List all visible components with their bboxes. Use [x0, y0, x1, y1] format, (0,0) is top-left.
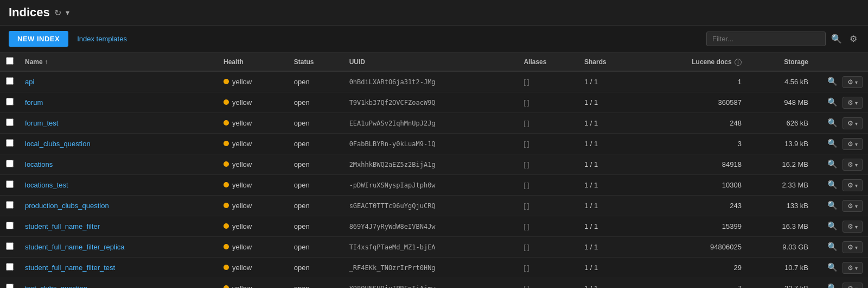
index-name-link[interactable]: test_clubs_question	[25, 284, 87, 288]
storage-cell: 13.9 kB	[747, 134, 814, 154]
filter-area: 🔍 ⚙	[706, 32, 859, 46]
shards-cell: 1 / 1	[579, 278, 638, 289]
health-dot	[224, 182, 229, 187]
aliases-cell: [ ]	[518, 216, 579, 237]
row-search-button[interactable]: 🔍	[825, 261, 840, 273]
row-checkbox[interactable]	[6, 118, 14, 126]
uuid-cell: TI4xsfqPTaeMd_MZ1-bjEA	[344, 237, 519, 258]
select-all-checkbox[interactable]	[6, 57, 14, 65]
row-checkbox[interactable]	[6, 180, 14, 188]
index-templates-link[interactable]: Index templates	[77, 35, 127, 43]
col-header-actions	[814, 53, 868, 71]
filter-input[interactable]	[706, 32, 826, 46]
col-header-storage[interactable]: Storage	[747, 53, 814, 71]
table-row: test_clubs_questionyellowopenY98QUNSHQiy…	[0, 278, 868, 289]
uuid-cell: -pDWIruXSNyspIapJtph0w	[344, 175, 519, 196]
row-gear-button[interactable]: ⚙ ▾	[843, 138, 863, 150]
uuid-cell: _RF4EKk_TNOzrIrPrt0HNg	[344, 258, 519, 278]
health-cell: yellow	[218, 175, 289, 196]
storage-cell: 16.2 MB	[747, 154, 814, 175]
status-cell: open	[289, 154, 344, 175]
filter-settings-icon[interactable]: ⚙	[847, 32, 859, 46]
health-cell: yellow	[218, 71, 289, 92]
row-checkbox[interactable]	[6, 284, 14, 288]
row-checkbox[interactable]	[6, 242, 14, 250]
new-index-button[interactable]: NEW INDEX	[9, 31, 68, 47]
index-name-link[interactable]: forum_test	[25, 119, 58, 127]
row-checkbox[interactable]	[6, 98, 14, 105]
aliases-cell: [ ]	[518, 92, 579, 113]
index-name-link[interactable]: student_full_name_filter	[25, 222, 100, 230]
row-gear-button[interactable]: ⚙ ▾	[843, 179, 863, 191]
row-gear-button[interactable]: ⚙ ▾	[843, 76, 863, 88]
actions-cell: 🔍 ⚙ ▾	[814, 113, 868, 134]
index-name-link[interactable]: locations	[25, 160, 53, 168]
health-cell: yellow	[218, 154, 289, 175]
refresh-icon[interactable]: ↻	[54, 8, 61, 18]
row-gear-button[interactable]: ⚙ ▾	[843, 159, 863, 171]
actions-cell: 🔍 ⚙ ▾	[814, 216, 868, 237]
col-header-aliases[interactable]: Aliases	[518, 53, 579, 71]
row-search-button[interactable]: 🔍	[825, 76, 840, 87]
row-gear-button[interactable]: ⚙ ▾	[843, 283, 863, 288]
shards-cell: 1 / 1	[579, 237, 638, 258]
uuid-cell: 0FabBLBYRn-y0kLuaM9-1Q	[344, 134, 519, 154]
index-name-link[interactable]: student_full_name_filter_replica	[25, 243, 125, 251]
storage-cell: 948 MB	[747, 92, 814, 113]
aliases-cell: [ ]	[518, 134, 579, 154]
row-gear-button[interactable]: ⚙ ▾	[843, 241, 863, 253]
health-cell: yellow	[218, 258, 289, 278]
row-checkbox[interactable]	[6, 160, 14, 167]
row-search-button[interactable]: 🔍	[825, 179, 840, 191]
row-checkbox[interactable]	[6, 263, 14, 271]
index-name-link[interactable]: student_full_name_filter_test	[25, 264, 115, 272]
index-name-link[interactable]: api	[25, 78, 34, 86]
storage-cell: 4.56 kB	[747, 71, 814, 92]
col-header-health[interactable]: Health	[218, 53, 289, 71]
row-gear-button[interactable]: ⚙ ▾	[843, 200, 863, 212]
lucene-docs-cell: 29	[638, 258, 747, 278]
index-name-link[interactable]: local_clubs_question	[25, 140, 91, 148]
uuid-cell: sGEACT0TTTc96uYgQjuCRQ	[344, 196, 519, 216]
aliases-cell: [ ]	[518, 237, 579, 258]
table-row: apiyellowopen0hBdiLXARtO6ja31t2-JMg[ ]1 …	[0, 71, 868, 92]
health-cell: yellow	[218, 237, 289, 258]
row-gear-button[interactable]: ⚙ ▾	[843, 97, 863, 109]
table-row: locations_testyellowopen-pDWIruXSNyspIap…	[0, 175, 868, 196]
row-checkbox[interactable]	[6, 139, 14, 147]
health-dot	[224, 223, 229, 229]
row-checkbox[interactable]	[6, 222, 14, 229]
col-header-shards[interactable]: Shards	[579, 53, 638, 71]
row-search-button[interactable]: 🔍	[825, 220, 840, 232]
row-checkbox[interactable]	[6, 77, 14, 85]
col-header-uuid[interactable]: UUID	[344, 53, 519, 71]
lucene-docs-cell: 10308	[638, 175, 747, 196]
row-checkbox[interactable]	[6, 201, 14, 209]
row-search-button[interactable]: 🔍	[825, 158, 840, 170]
uuid-cell: 869Y4J7yRyWdW8eIVBN4Jw	[344, 216, 519, 237]
status-cell: open	[289, 196, 344, 216]
index-name-link[interactable]: locations_test	[25, 181, 68, 189]
storage-cell: 133 kB	[747, 196, 814, 216]
row-gear-button[interactable]: ⚙ ▾	[843, 221, 863, 233]
row-search-button[interactable]: 🔍	[825, 199, 840, 211]
row-search-button[interactable]: 🔍	[825, 117, 840, 129]
row-gear-button[interactable]: ⚙ ▾	[843, 117, 863, 129]
dropdown-icon[interactable]: ▾	[66, 8, 69, 17]
row-gear-button[interactable]: ⚙ ▾	[843, 262, 863, 274]
col-header-status[interactable]: Status	[289, 53, 344, 71]
status-cell: open	[289, 216, 344, 237]
actions-cell: 🔍 ⚙ ▾	[814, 92, 868, 113]
table-row: student_full_name_filter_replicayellowop…	[0, 237, 868, 258]
col-header-lucene[interactable]: Lucene docs i	[638, 53, 747, 71]
row-search-button[interactable]: 🔍	[825, 96, 840, 108]
index-name-link[interactable]: forum	[25, 98, 43, 107]
col-header-name[interactable]: Name ↑	[20, 53, 218, 71]
filter-search-icon[interactable]: 🔍	[829, 32, 844, 46]
shards-cell: 1 / 1	[579, 175, 638, 196]
row-search-button[interactable]: 🔍	[825, 137, 840, 149]
index-name-link[interactable]: production_clubs_question	[25, 202, 109, 210]
row-search-button[interactable]: 🔍	[825, 241, 840, 253]
shards-cell: 1 / 1	[579, 216, 638, 237]
row-search-button[interactable]: 🔍	[825, 282, 840, 288]
